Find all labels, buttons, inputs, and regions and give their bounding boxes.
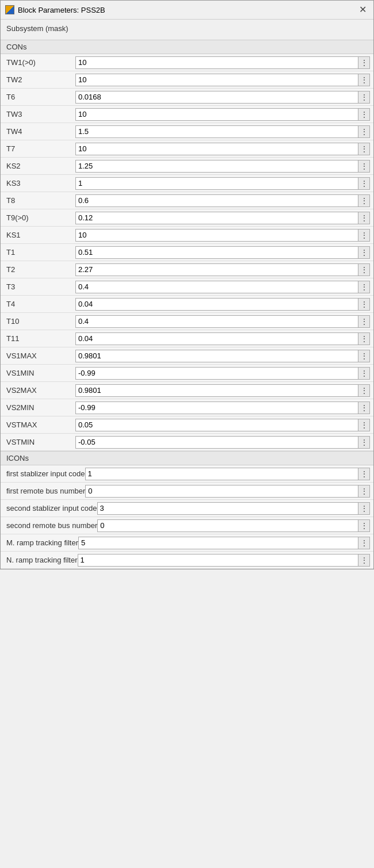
param-input[interactable]	[75, 212, 358, 224]
param-menu-button[interactable]	[358, 281, 370, 293]
param-input[interactable]	[75, 177, 358, 190]
param-input[interactable]	[78, 537, 358, 549]
param-row: T1	[1, 244, 373, 261]
param-menu-button[interactable]	[358, 350, 370, 362]
param-label: T10	[6, 317, 75, 326]
param-input[interactable]	[75, 125, 358, 138]
param-input[interactable]	[75, 281, 358, 293]
param-row: T10	[1, 313, 373, 330]
param-row: KS2	[1, 158, 373, 175]
param-label: TW3	[6, 110, 75, 118]
param-input[interactable]	[75, 298, 358, 311]
param-input[interactable]	[75, 350, 358, 362]
param-row: TW2	[1, 71, 373, 89]
param-menu-button[interactable]	[358, 436, 370, 449]
param-menu-button[interactable]	[358, 143, 370, 155]
param-input[interactable]	[85, 468, 358, 480]
param-input[interactable]	[75, 160, 358, 173]
param-label: T9(>0)	[6, 213, 75, 222]
param-row: T8	[1, 192, 373, 209]
param-menu-button[interactable]	[358, 332, 370, 345]
param-label: KS2	[6, 162, 75, 170]
param-menu-button[interactable]	[358, 246, 370, 259]
param-row: M. ramp tracking filter	[1, 534, 373, 552]
param-menu-button[interactable]	[358, 212, 370, 224]
param-label: VS1MIN	[6, 369, 75, 377]
param-input[interactable]	[75, 419, 358, 431]
param-menu-button[interactable]	[358, 91, 370, 104]
param-row: T6	[1, 89, 373, 106]
param-menu-button[interactable]	[358, 402, 370, 414]
param-input[interactable]	[75, 108, 358, 121]
param-input[interactable]	[75, 91, 358, 104]
param-menu-button[interactable]	[358, 554, 370, 567]
param-input[interactable]	[75, 74, 358, 86]
param-input[interactable]	[75, 246, 358, 259]
param-input[interactable]	[75, 229, 358, 242]
param-label: VSTMIN	[6, 438, 75, 446]
param-row: VS2MAX	[1, 382, 373, 399]
param-label: TW1(>0)	[6, 58, 75, 67]
param-menu-button[interactable]	[358, 74, 370, 86]
sections-container: CONsTW1(>0)TW2T6TW3TW4T7KS2KS3T8T9(>0)KS…	[1, 40, 373, 569]
param-label: VSTMAX	[6, 420, 75, 429]
section-label-cons: CONs	[1, 40, 373, 54]
param-label: VS2MIN	[6, 403, 75, 412]
param-label: first remote bus number	[6, 487, 85, 495]
param-input[interactable]	[75, 143, 358, 155]
param-menu-button[interactable]	[358, 108, 370, 121]
param-menu-button[interactable]	[358, 367, 370, 380]
param-row: T9(>0)	[1, 209, 373, 227]
param-label: T8	[6, 196, 75, 205]
param-menu-button[interactable]	[358, 229, 370, 242]
param-row: KS3	[1, 175, 373, 192]
param-menu-button[interactable]	[358, 485, 370, 498]
param-row: TW4	[1, 123, 373, 140]
param-label: KS1	[6, 231, 75, 239]
close-button[interactable]: ✕	[357, 4, 369, 16]
param-input[interactable]	[75, 332, 358, 345]
param-input[interactable]	[75, 315, 358, 328]
param-row: VS1MAX	[1, 347, 373, 365]
param-row: T4	[1, 296, 373, 313]
param-input[interactable]	[75, 436, 358, 449]
param-input[interactable]	[97, 519, 358, 532]
param-row: VS2MIN	[1, 399, 373, 416]
param-label: VS1MAX	[6, 351, 75, 360]
param-menu-button[interactable]	[358, 315, 370, 328]
param-input[interactable]	[75, 402, 358, 414]
param-input[interactable]	[97, 502, 358, 515]
section-label-icons: ICONs	[1, 451, 373, 465]
param-menu-button[interactable]	[358, 194, 370, 207]
param-input[interactable]	[75, 263, 358, 276]
param-input[interactable]	[75, 384, 358, 397]
param-label: TW2	[6, 75, 75, 84]
param-menu-button[interactable]	[358, 177, 370, 190]
param-menu-button[interactable]	[358, 125, 370, 138]
param-menu-button[interactable]	[358, 160, 370, 173]
param-label: second remote bus number	[6, 521, 97, 530]
param-menu-button[interactable]	[358, 502, 370, 515]
param-row: TW3	[1, 106, 373, 123]
param-row: VSTMIN	[1, 434, 373, 451]
param-menu-button[interactable]	[358, 419, 370, 431]
param-menu-button[interactable]	[358, 56, 370, 69]
param-menu-button[interactable]	[358, 263, 370, 276]
param-label: T6	[6, 93, 75, 101]
param-menu-button[interactable]	[358, 298, 370, 311]
param-label: N. ramp tracking filter	[6, 556, 78, 564]
param-label: T1	[6, 248, 75, 257]
param-row: T2	[1, 261, 373, 278]
param-input[interactable]	[75, 194, 358, 207]
param-menu-button[interactable]	[358, 537, 370, 549]
param-menu-button[interactable]	[358, 468, 370, 480]
param-menu-button[interactable]	[358, 519, 370, 532]
param-label: T2	[6, 265, 75, 274]
param-input[interactable]	[85, 485, 358, 498]
param-label: M. ramp tracking filter	[6, 538, 78, 547]
param-input[interactable]	[75, 56, 358, 69]
param-input[interactable]	[75, 367, 358, 380]
titlebar-left: Block Parameters: PSS2B	[5, 5, 105, 14]
param-input[interactable]	[78, 554, 358, 567]
param-menu-button[interactable]	[358, 384, 370, 397]
